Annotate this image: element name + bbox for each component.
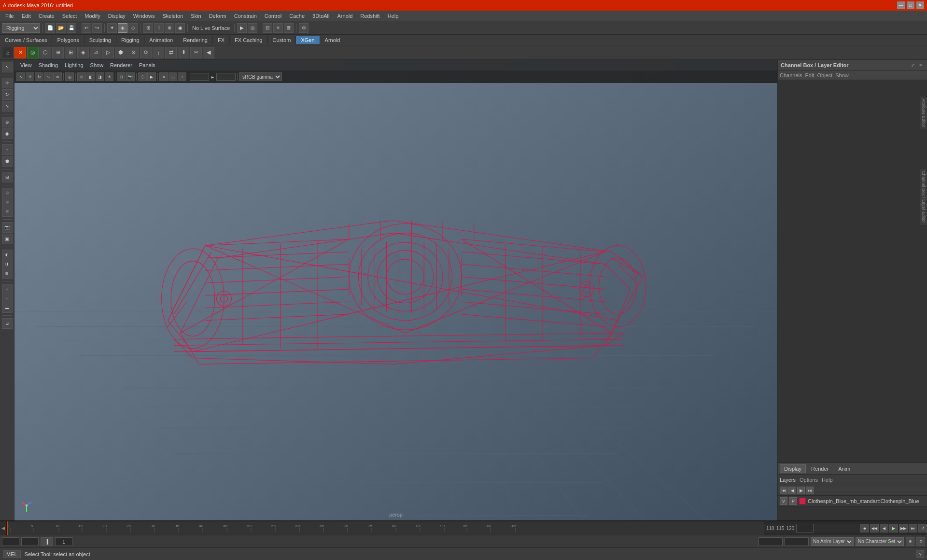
move-tool-btn[interactable]: ✛ bbox=[2, 78, 13, 88]
char-set-select[interactable]: No Character Set bbox=[856, 537, 904, 546]
camera-btn[interactable]: 📷 bbox=[2, 222, 13, 233]
menu-skeleton[interactable]: Skeleton bbox=[159, 12, 186, 20]
rotate-tool-btn[interactable]: ↻ bbox=[2, 89, 13, 100]
tab-rendering[interactable]: Rendering bbox=[178, 36, 213, 44]
anim-settings-btn[interactable]: ⚙ bbox=[916, 537, 925, 546]
shelf-btn-10[interactable]: ⊗ bbox=[127, 47, 139, 58]
vp-scale-btn[interactable]: ⤡ bbox=[44, 72, 53, 81]
layer-subtab-options[interactable]: Options bbox=[800, 477, 818, 483]
layer-nav-start[interactable]: ⏮ bbox=[780, 487, 787, 494]
channel-tab-channels[interactable]: Channels bbox=[780, 72, 802, 78]
layer-nav-end[interactable]: ⏭ bbox=[806, 487, 814, 494]
transport-loop[interactable]: ↺ bbox=[918, 524, 927, 532]
menu-redshift[interactable]: Redshift bbox=[357, 12, 383, 20]
timeline-current-frame[interactable]: 1 bbox=[796, 524, 814, 532]
viewport-menu-renderer[interactable]: Renderer bbox=[107, 62, 135, 69]
attr-editor-btn[interactable]: ≣ bbox=[284, 23, 294, 33]
shelf-btn-4[interactable]: ⊕ bbox=[52, 47, 64, 58]
vp-obj-mode-btn[interactable]: ◎ bbox=[65, 72, 74, 81]
viewport-menu-shading[interactable]: Shading bbox=[36, 62, 61, 69]
range-end-input[interactable]: 120 bbox=[758, 537, 783, 546]
total-frames-input[interactable]: 200 bbox=[785, 537, 809, 546]
layer-tab-anim[interactable]: Anim bbox=[834, 464, 855, 473]
vp-camera-btn[interactable]: 📷 bbox=[126, 72, 135, 81]
shelf-btn-7[interactable]: ⊿ bbox=[90, 47, 101, 58]
tab-sculpting[interactable]: Sculpting bbox=[84, 36, 116, 44]
sculpt-btn[interactable]: ◦ bbox=[2, 144, 13, 155]
menu-control[interactable]: Control bbox=[261, 12, 285, 20]
anim-layer-select[interactable]: No Anim Layer bbox=[811, 537, 854, 546]
paint-weights-btn[interactable]: ⬟ bbox=[2, 156, 13, 167]
shelf-btn-12[interactable]: ↕ bbox=[153, 47, 164, 58]
menu-modify[interactable]: Modify bbox=[81, 12, 103, 20]
snap-point-btn[interactable]: ⊕ bbox=[165, 23, 174, 33]
transport-play[interactable]: ▶ bbox=[889, 524, 898, 532]
shelf-home-btn[interactable]: ⌂ bbox=[2, 47, 14, 58]
layer-visibility-v[interactable]: V bbox=[780, 497, 787, 505]
layer-visibility-p[interactable]: P bbox=[789, 497, 797, 505]
snap-curve-btn[interactable]: ⌇ bbox=[154, 23, 164, 33]
redo-btn[interactable]: ↪ bbox=[92, 23, 102, 33]
menu-3dtall[interactable]: 3DtoAll bbox=[309, 12, 333, 20]
layout-group-btn[interactable]: ▪ ▫ ▬ bbox=[2, 284, 13, 313]
vp-shaded-btn[interactable]: ◧ bbox=[86, 72, 95, 81]
scale-tool-btn[interactable]: ⤡ bbox=[2, 101, 13, 112]
cam-far-input[interactable]: 1.00 bbox=[216, 73, 236, 81]
vp-xray-btn[interactable]: ◌ bbox=[169, 72, 177, 81]
current-frame-input[interactable]: 1 bbox=[21, 537, 39, 546]
tab-xgen[interactable]: XGen bbox=[296, 36, 320, 44]
range-start-input[interactable]: 1 bbox=[2, 537, 19, 546]
menu-skin[interactable]: Skin bbox=[187, 12, 204, 20]
menu-cache[interactable]: Cache bbox=[286, 12, 308, 20]
mode-dropdown[interactable]: Rigging Modeling Animation bbox=[2, 23, 40, 33]
transport-prev[interactable]: ◀ bbox=[880, 524, 888, 532]
open-btn[interactable]: 📂 bbox=[56, 23, 66, 33]
channel-tab-object[interactable]: Object bbox=[817, 72, 832, 78]
layer-tab-display[interactable]: Display bbox=[780, 464, 806, 473]
render-region-btn[interactable]: ▣ bbox=[2, 234, 13, 244]
show-manip-btn[interactable]: ⊞ bbox=[2, 172, 13, 182]
outliner-btn[interactable]: ≡ bbox=[273, 23, 283, 33]
vp-textured-btn[interactable]: ◨ bbox=[96, 72, 104, 81]
timeline[interactable]: ◀ 1 5 10 15 20 25 30 35 40 45 50 55 bbox=[0, 521, 927, 535]
timeline-ruler[interactable]: 1 5 10 15 20 25 30 35 40 45 50 55 60 65 … bbox=[7, 521, 764, 535]
render-btn[interactable]: ▶ bbox=[237, 23, 247, 33]
shelf-btn-5[interactable]: ⊞ bbox=[65, 47, 76, 58]
settings-btn[interactable]: ⚙ bbox=[299, 23, 309, 33]
undo-btn[interactable]: ↩ bbox=[82, 23, 91, 33]
viewport-menu-panels[interactable]: Panels bbox=[136, 62, 158, 69]
shelf-btn-3[interactable]: ⬡ bbox=[40, 47, 51, 58]
shelf-btn-16[interactable]: ◀ bbox=[203, 47, 214, 58]
soft-select-btn[interactable]: ◉ bbox=[2, 128, 13, 139]
shelf-green-btn[interactable]: ◎ bbox=[27, 47, 39, 58]
tab-arnold[interactable]: Arnold bbox=[320, 36, 346, 44]
minimize-button[interactable]: — bbox=[897, 1, 905, 9]
viewport-menu-view[interactable]: View bbox=[17, 62, 35, 69]
shelf-btn-13[interactable]: ⇄ bbox=[165, 47, 177, 58]
vp-grid-btn[interactable]: ⊟ bbox=[117, 72, 126, 81]
frame-step-input[interactable] bbox=[55, 537, 72, 546]
layer-subtab-layers[interactable]: Layers bbox=[780, 477, 796, 483]
vp-lighting-btn[interactable]: ☀ bbox=[105, 72, 113, 81]
menu-deform[interactable]: Deform bbox=[206, 12, 230, 20]
vp-iso-btn[interactable]: ⬡ bbox=[138, 72, 147, 81]
help-line-btn[interactable]: ? bbox=[916, 550, 924, 558]
menu-windows[interactable]: Windows bbox=[130, 12, 158, 20]
menu-create[interactable]: Create bbox=[35, 12, 58, 20]
tab-polygons[interactable]: Polygons bbox=[52, 36, 84, 44]
tab-animation[interactable]: Animation bbox=[144, 36, 178, 44]
tab-fx[interactable]: FX bbox=[213, 36, 230, 44]
channel-box-expand-btn[interactable]: ⤢ bbox=[910, 62, 916, 69]
menu-help[interactable]: Help bbox=[384, 12, 402, 20]
shelf-btn-9[interactable]: ⬢ bbox=[115, 47, 126, 58]
close-button[interactable]: ✕ bbox=[916, 1, 924, 9]
shelf-btn-6[interactable]: ◈ bbox=[77, 47, 89, 58]
tab-rigging[interactable]: Rigging bbox=[116, 36, 144, 44]
ipr-btn[interactable]: ◎ bbox=[248, 23, 257, 33]
snap-grid-btn[interactable]: ⊞ bbox=[143, 23, 153, 33]
select-tool-btn[interactable]: ↖ bbox=[2, 62, 13, 72]
vp-wireframe-btn[interactable]: ⊞ bbox=[77, 72, 86, 81]
select-btn[interactable]: ✦ bbox=[107, 23, 117, 33]
channel-tab-edit[interactable]: Edit bbox=[805, 72, 814, 78]
menu-display[interactable]: Display bbox=[105, 12, 129, 20]
